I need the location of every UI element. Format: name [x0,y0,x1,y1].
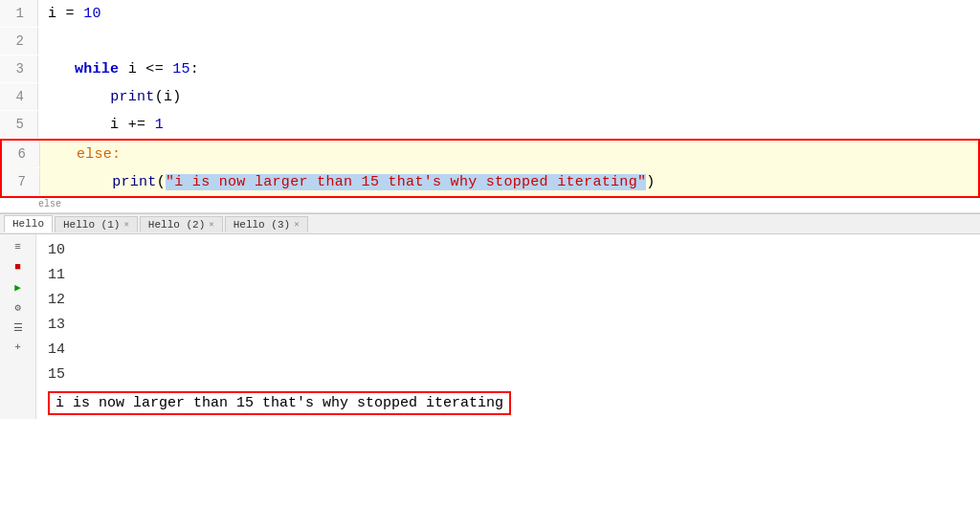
code-line-1: 1 i = 10 [0,0,980,28]
output-line-15: 15 [48,363,969,387]
tab-hello-1[interactable]: Hello (1) ✕ [55,216,138,232]
code-line-4: 4 print(i) [0,83,980,111]
editor-area: 1 i = 10 2 3 while i <= 15: 4 print(i) 5… [0,0,980,213]
code-content-7: print("i is now larger than 15 that's wh… [40,169,656,196]
code-line-6: 6 else: [2,141,978,168]
output-line-10: 10 [48,238,969,263]
line-number-2: 2 [0,28,38,55]
line-number-7: 7 [2,168,40,195]
line-number-6: 6 [2,141,40,167]
tabs-bar: Hello Hello (1) ✕ Hello (2) ✕ Hello (3) … [0,213,980,234]
output-final: i is now larger than 15 that's why stopp… [48,387,969,415]
line-number-5: 5 [0,111,38,138]
code-line-7: 7 print("i is now larger than 15 that's … [2,168,978,196]
code-content-4: print(i) [38,84,182,111]
tab-hello[interactable]: Hello [4,215,53,232]
sidebar-icon-add[interactable]: + [10,339,27,356]
code-line-2: 2 [0,28,980,55]
tab-hello-3[interactable]: Hello (3) ✕ [225,216,308,232]
code-content-5: i += 1 [38,112,164,139]
console-area: ≡ ■ ▶ ⚙ ☰ + 10 11 12 13 14 15 i is now l… [0,234,980,419]
code-content-1: i = 10 [38,1,101,28]
sidebar-icon-stop[interactable]: ■ [10,258,27,275]
output-line-13: 13 [48,313,969,338]
line-number-4: 4 [0,83,38,110]
tab-hello-2-close[interactable]: ✕ [209,219,213,230]
console-sidebar: ≡ ■ ▶ ⚙ ☰ + [0,234,36,419]
output-final-text: i is now larger than 15 that's why stopp… [48,391,511,415]
code-content-3: while i <= 15: [38,56,199,83]
sidebar-icon-settings[interactable]: ⚙ [10,298,27,316]
output-line-12: 12 [48,288,969,313]
tab-hello-1-close[interactable]: ✕ [123,219,128,230]
sidebar-icon-list[interactable]: ☰ [10,319,27,336]
console-output: 10 11 12 13 14 15 i is now larger than 1… [36,234,980,419]
line-number-3: 3 [0,55,38,82]
tab-hello-3-label: Hello (3) [234,219,290,231]
sidebar-icon-run[interactable]: ▶ [10,278,27,296]
tab-hello-2[interactable]: Hello (2) ✕ [140,216,223,232]
output-line-11: 11 [48,263,969,288]
else-annotation: else [38,198,980,212]
output-line-14: 14 [48,338,969,363]
code-line-3: 3 while i <= 15: [0,55,980,83]
code-content-6: else: [40,142,121,168]
code-content-2 [38,29,56,55]
tab-hello-1-label: Hello (1) [63,219,120,231]
tab-hello-label: Hello [12,218,44,230]
line-number-1: 1 [0,0,38,27]
code-line-5: 5 i += 1 [0,111,980,139]
highlighted-block: 6 else: 7 print("i is now larger than 15… [0,139,980,198]
tab-hello-3-close[interactable]: ✕ [294,219,299,230]
tab-hello-2-label: Hello (2) [148,219,205,231]
sidebar-icon-menu[interactable]: ≡ [10,238,27,255]
